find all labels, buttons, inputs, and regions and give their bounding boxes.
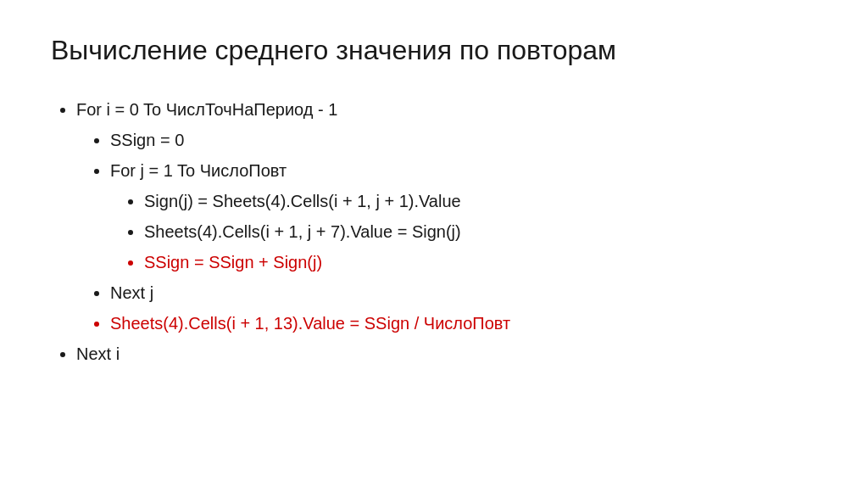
list-item-4: Sign(j) = Sheets(4).Cells(i + 1, j + 1).… — [144, 188, 817, 214]
code-list: For i = 0 To ЧислТочНаПериод - 1SSign = … — [51, 97, 817, 367]
list-item-6: SSign = SSign + Sign(j) — [144, 249, 817, 275]
list-item-8: Sheets(4).Cells(i + 1, 13).Value = SSign… — [110, 311, 817, 336]
list-item-7: Next j — [110, 280, 817, 305]
list-item-9: Next i — [76, 341, 817, 367]
list-item-2: SSign = 0 — [110, 127, 817, 153]
page-title: Вычисление среднего значения по повторам — [51, 34, 817, 66]
list-item-1: For i = 0 To ЧислТочНаПериод - 1 — [76, 97, 817, 122]
list-item-5: Sheets(4).Cells(i + 1, j + 7).Value = Si… — [144, 219, 817, 244]
list-item-3: For j = 1 To ЧислоПовт — [110, 158, 817, 183]
